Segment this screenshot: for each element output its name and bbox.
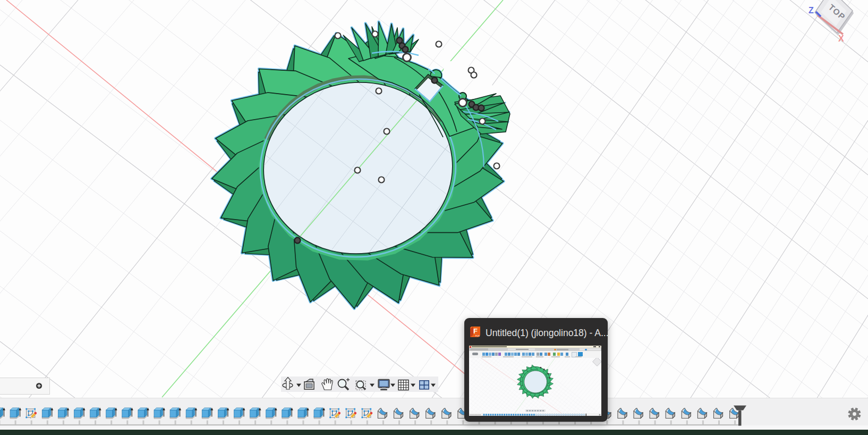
svg-text:Z: Z <box>809 6 814 15</box>
svg-text:FUS: FUS <box>475 334 480 337</box>
svg-text:X: X <box>838 34 844 43</box>
